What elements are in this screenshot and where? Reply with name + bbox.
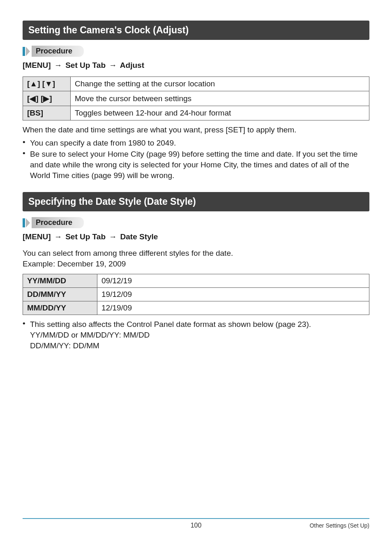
value-cell: 12/19/09 (97, 301, 369, 315)
page-footer: 100 Other Settings (Set Up) (23, 518, 369, 537)
desc-cell: Move the cursor between settings (71, 91, 369, 106)
menu-path-datestyle: [MENU] → Set Up Tab → Date Style (23, 232, 369, 241)
arrow-icon: → (108, 232, 118, 241)
menu-path-part: [MENU] (23, 61, 51, 69)
bullet-text: You can specify a date from 1980 to 2049… (30, 138, 369, 148)
desc-cell: Change the setting at the cursor locatio… (71, 77, 369, 91)
section-heading-adjust: Setting the Camera's Clock (Adjust) (23, 21, 369, 40)
bullet-list-datestyle: • This setting also affects the Control … (23, 319, 369, 351)
after-table-text: When the date and time settings are what… (23, 125, 369, 135)
table-row: [◀] [▶] Move the cursor between settings (23, 91, 369, 106)
list-item: • You can specify a date from 1980 to 20… (23, 138, 369, 148)
key-cell: [▲] [▼] (23, 77, 71, 91)
section-heading-datestyle: Specifying the Date Style (Date Style) (23, 192, 369, 211)
arrow-icon: → (108, 61, 118, 69)
arrow-icon: → (53, 61, 63, 69)
bullet-text: Be sure to select your Home City (page 9… (30, 149, 369, 181)
key-actions-table: [▲] [▼] Change the setting at the cursor… (23, 76, 369, 120)
page-number: 100 (191, 522, 202, 529)
value-cell: 19/12/09 (97, 288, 369, 301)
arrow-icon: → (53, 232, 63, 241)
footer-section-name: Other Settings (Set Up) (309, 522, 369, 529)
menu-path-part: [MENU] (23, 232, 51, 241)
bullet-icon: • (23, 138, 30, 147)
format-cell: MM/DD/YY (23, 301, 97, 315)
intro-text-2: Example: December 19, 2009 (23, 259, 369, 269)
table-row: [▲] [▼] Change the setting at the cursor… (23, 77, 369, 91)
menu-path-part: Set Up Tab (65, 61, 106, 69)
menu-path-adjust: [MENU] → Set Up Tab → Adjust (23, 61, 369, 70)
procedure-label: Procedure (32, 46, 84, 57)
bullet-list-adjust: • You can specify a date from 1980 to 20… (23, 138, 369, 181)
table-row: DD/MM/YY 19/12/09 (23, 288, 369, 301)
desc-cell: Toggles between 12-hour and 24-hour form… (71, 106, 369, 120)
list-item: • Be sure to select your Home City (page… (23, 149, 369, 181)
value-cell: 09/12/19 (97, 274, 369, 288)
key-cell: [BS] (23, 106, 71, 120)
procedure-marker (23, 218, 25, 227)
menu-path-part: Adjust (120, 61, 144, 69)
menu-path-part: Date Style (120, 232, 158, 241)
bullet-icon: • (23, 149, 30, 158)
bullet-icon: • (23, 319, 30, 328)
table-row: YY/MM/DD 09/12/19 (23, 274, 369, 288)
format-cell: DD/MM/YY (23, 288, 97, 301)
procedure-caret-icon (26, 218, 30, 227)
procedure-label-row: Procedure (23, 217, 369, 228)
procedure-caret-icon (26, 47, 30, 56)
table-row: [BS] Toggles between 12-hour and 24-hour… (23, 106, 369, 120)
bullet-text: This setting also affects the Control Pa… (30, 319, 369, 351)
format-cell: YY/MM/DD (23, 274, 97, 288)
intro-text-1: You can select from among three differen… (23, 248, 369, 259)
date-format-table: YY/MM/DD 09/12/19 DD/MM/YY 19/12/09 MM/D… (23, 274, 369, 315)
table-row: MM/DD/YY 12/19/09 (23, 301, 369, 315)
list-item: • This setting also affects the Control … (23, 319, 369, 351)
procedure-marker (23, 47, 25, 56)
menu-path-part: Set Up Tab (65, 232, 106, 241)
procedure-label-row: Procedure (23, 46, 369, 57)
procedure-label: Procedure (32, 217, 84, 228)
key-cell: [◀] [▶] (23, 91, 71, 106)
